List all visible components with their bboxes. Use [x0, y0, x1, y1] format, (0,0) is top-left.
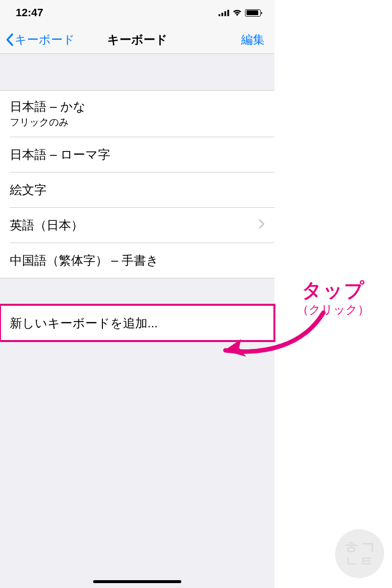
annotation-subtitle: （クリック） — [279, 302, 387, 318]
keyboard-row-english-japan[interactable]: 英語（日本） — [0, 207, 274, 243]
keyboard-row-chinese-traditional-handwriting[interactable]: 中国語（繁体字） – 手書き — [0, 243, 274, 278]
battery-icon — [245, 9, 261, 17]
status-indicators — [219, 9, 261, 17]
row-title: 絵文字 — [10, 182, 265, 198]
status-time: 12:47 — [16, 6, 43, 19]
keyboard-row-japanese-romaji[interactable]: 日本語 – ローマ字 — [0, 137, 274, 172]
wifi-icon — [232, 9, 242, 16]
chevron-left-icon — [6, 33, 14, 46]
watermark-logo: ㅎㄱ ㄴㅌ — [335, 529, 384, 578]
row-title: 日本語 – ローマ字 — [10, 147, 265, 163]
row-title: 日本語 – かな — [10, 98, 265, 115]
add-keyboard-section: 新しいキーボードを追加... — [0, 305, 274, 341]
edit-button[interactable]: 編集 — [241, 32, 269, 48]
home-indicator[interactable] — [93, 580, 181, 583]
keyboard-list: 日本語 – かな フリックのみ 日本語 – ローマ字 絵文字 英語（日本） 中国… — [0, 90, 274, 278]
cellular-signal-icon — [219, 9, 229, 16]
svg-rect-0 — [219, 14, 220, 16]
keyboard-row-emoji[interactable]: 絵文字 — [0, 172, 274, 207]
row-title: 中国語（繁体字） – 手書き — [10, 252, 265, 269]
row-subtitle: フリックのみ — [10, 116, 265, 129]
back-label: キーボード — [15, 32, 75, 48]
row-title: 英語（日本） — [10, 217, 259, 233]
keyboard-row-japanese-kana[interactable]: 日本語 – かな フリックのみ — [0, 91, 274, 137]
chevron-right-icon — [259, 219, 265, 231]
svg-rect-3 — [227, 10, 229, 16]
page-title: キーボード — [107, 32, 168, 48]
section-spacer — [0, 54, 274, 90]
add-keyboard-label: 新しいキーボードを追加... — [10, 315, 265, 331]
section-spacer — [0, 278, 274, 305]
watermark-text-bottom: ㄴㅌ — [345, 555, 374, 567]
svg-rect-1 — [221, 13, 223, 16]
watermark-text-top: ㅎㄱ — [343, 540, 376, 555]
add-keyboard-button[interactable]: 新しいキーボードを追加... — [0, 305, 274, 341]
status-bar: 12:47 — [0, 0, 274, 25]
nav-bar: キーボード キーボード 編集 — [0, 25, 274, 54]
svg-rect-2 — [224, 11, 226, 16]
phone-screen: 12:47 キーボード キーボード 編集 日本語 – かな フリックのみ — [0, 0, 274, 588]
back-button[interactable]: キーボード — [6, 32, 75, 48]
annotation-callout: タップ （クリック） — [279, 277, 387, 318]
annotation-title: タップ — [279, 277, 387, 304]
